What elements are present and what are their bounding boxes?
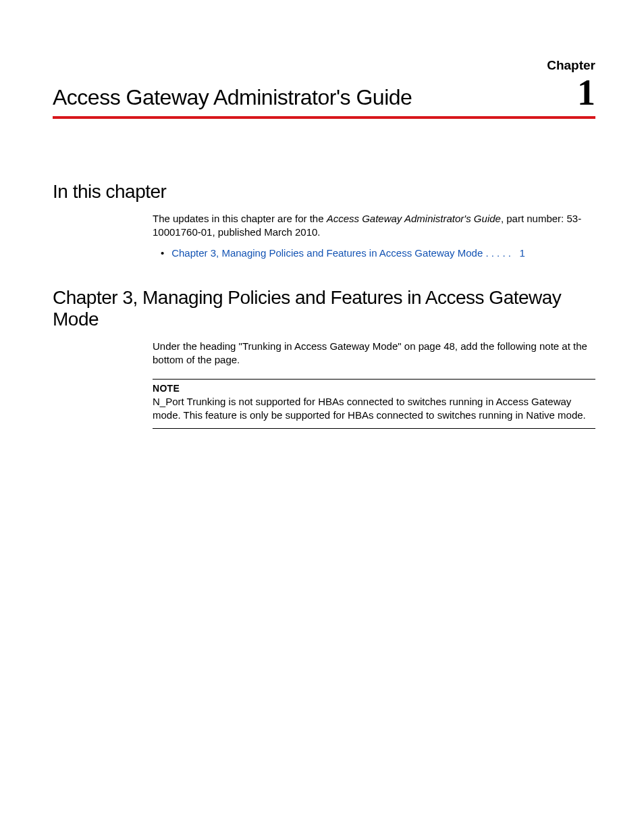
intro-paragraph-block: The updates in this chapter are for the …: [153, 212, 595, 260]
toc-link-page: 1: [519, 247, 525, 259]
toc-link-text: Chapter 3, Managing Policies and Feature…: [171, 247, 511, 259]
note-label: NOTE: [153, 382, 595, 395]
intro-text-italic: Access Gateway Administrator's Guide: [327, 213, 501, 224]
toc-item: Chapter 3, Managing Policies and Feature…: [169, 246, 595, 260]
section-heading-chapter-3: Chapter 3, Managing Policies and Feature…: [53, 287, 595, 330]
note-text: N_Port Trunking is not supported for HBA…: [153, 395, 595, 423]
document-title: Access Gateway Administrator's Guide: [53, 85, 412, 110]
document-page: Chapter Access Gateway Administrator's G…: [0, 0, 644, 469]
chapter-3-body-block: Under the heading "Trunking in Access Ga…: [153, 340, 595, 429]
note-box: NOTE N_Port Trunking is not supported fo…: [153, 379, 595, 428]
chapter-label: Chapter: [53, 58, 595, 73]
chapter-number: 1: [577, 74, 595, 111]
title-row: Access Gateway Administrator's Guide 1: [53, 74, 595, 119]
chapter-3-body-text: Under the heading "Trunking in Access Ga…: [153, 340, 595, 367]
section-heading-in-this-chapter: In this chapter: [53, 181, 595, 203]
toc-list: Chapter 3, Managing Policies and Feature…: [169, 246, 595, 260]
intro-text-pre: The updates in this chapter are for the: [153, 213, 327, 224]
intro-paragraph: The updates in this chapter are for the …: [153, 212, 595, 240]
toc-link-chapter-3[interactable]: Chapter 3, Managing Policies and Feature…: [171, 247, 525, 259]
